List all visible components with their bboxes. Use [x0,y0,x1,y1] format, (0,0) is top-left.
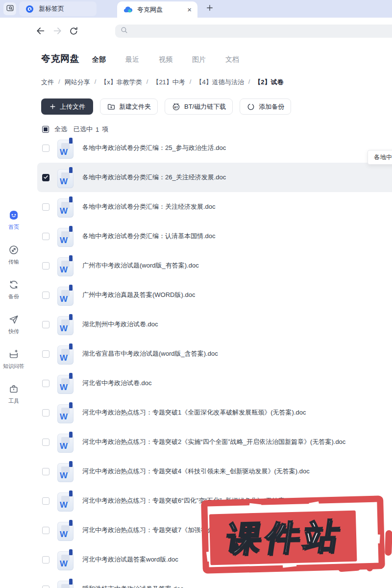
file-checkbox[interactable] [42,468,49,475]
breadcrumb-item[interactable]: 文件 [41,78,54,87]
browser-tab-quark-drive[interactable]: 夸克网盘 × [117,1,197,18]
file-row[interactable]: W广州中考政治真题及答案(WORD版).doc [37,280,392,310]
tab-search-button[interactable] [3,2,16,15]
file-checkbox[interactable] [42,497,49,505]
file-name[interactable]: 各地中考政治试卷分类汇编：关注经济发展.doc [82,202,216,211]
file-checkbox[interactable] [42,380,49,387]
breadcrumb-item[interactable]: 【2】试卷 [254,78,283,87]
file-name[interactable]: 河北中考政治热点练习：专题突破1《全面深化改革破解发展瓶颈》(无答案).doc [82,408,306,417]
word-doc-icon: W [57,138,74,159]
file-checkbox[interactable] [42,145,49,152]
file-row[interactable]: W河北中考政治热点练习：专题突破2《实施“四个全面”战略_开启依法治国新篇章》(… [37,427,392,457]
button-label: 添加备份 [259,102,284,111]
breadcrumb-item[interactable]: 网站分享 [65,78,90,87]
drive-tab-4[interactable]: 文档 [225,55,239,64]
breadcrumb-item[interactable]: 【x】非教学类 [100,78,142,87]
quark-drive-logo-icon [123,5,133,15]
file-row[interactable]: W湖北荆州中考政治试卷.doc [37,310,392,339]
back-button[interactable] [35,25,46,36]
file-row[interactable]: W湖北省宜昌市中考政治试题(word版_含答案).doc [37,339,392,368]
file-name[interactable]: 河北中考政治热点练习：专题突破6“四化”变“五化”_新增绿色化》(无答案).do… [82,496,299,505]
file-row[interactable]: W河北中考政治热点练习：专题突破1《全面深化改革破解发展瓶颈》(无答案).doc [37,398,392,427]
upload-file-button[interactable]: 上传文件 [41,98,93,115]
file-name[interactable]: 湖北省宜昌市中考政治试题(word版_含答案).doc [82,349,218,358]
file-name[interactable]: 各地中考政治试卷分类汇编：认清基本国情.doc [82,232,216,241]
new-folder-button[interactable]: 新建文件夹 [100,98,158,115]
drive-tab-all[interactable]: 全部 [92,55,106,64]
main-content: 夸克网盘 全部最近视频图片文档 文件/网站分享/【x】非教学类/【21】中考/【… [27,44,392,588]
file-row[interactable]: W各地中考政治试卷分类汇编：26_关注经济发展.doc [37,163,392,192]
file-name[interactable]: 各地中考政治试卷分类汇编：25_参与政治生活.doc [82,144,226,152]
file-checkbox[interactable] [42,439,49,446]
file-checkbox[interactable] [42,321,49,328]
file-checkbox[interactable] [42,262,49,270]
file-name[interactable]: 河北中考政治热点练习：专题突破4《科技引领未来_创新驱动发展》(无答案).doc [82,467,310,476]
add-backup-button[interactable]: 添加备份 [240,98,291,115]
file-row[interactable]: W河北中考政治热点练习：专题突破6“四化”变“五化”_新增绿色化》(无答案).d… [37,486,392,515]
browser-search-bar[interactable] [115,24,392,38]
file-row[interactable]: W各地中考政治试卷分类汇编：关注经济发展.doc [37,192,392,221]
select-all-checkbox[interactable] [42,126,49,133]
file-row[interactable]: W各地中考政治试卷分类汇编：认清基本国情.doc [37,221,392,251]
file-row[interactable]: W河北中考政治热点练习：专题突破7《加强社会保障惠及百姓民生》(无答案).doc [37,515,392,545]
file-row[interactable]: W河北省中考政治试卷.doc [37,368,392,398]
file-checkbox-checked[interactable] [42,174,49,181]
home-icon [8,209,20,221]
sidebar-item-quick-send[interactable]: 快传 [0,314,27,348]
breadcrumb-separator: / [248,78,250,87]
drive-tab-1[interactable]: 最近 [125,55,139,64]
search-input[interactable] [131,24,392,38]
file-checkbox[interactable] [42,527,49,534]
file-checkbox[interactable] [42,556,49,564]
backup-icon [8,279,19,291]
drive-tab-3[interactable]: 图片 [192,55,206,64]
browser-tab-title: 夸克网盘 [137,5,163,14]
file-name[interactable]: 河北省中考政治试卷.doc [82,379,152,388]
file-checkbox[interactable] [42,409,49,416]
file-row[interactable]: W呼和浩特市中考政治试卷及答案.doc [37,574,392,588]
new-tab-button[interactable] [205,3,214,14]
sidebar-item-home[interactable]: 首页 [0,209,27,244]
file-row[interactable]: W各地中考政治试卷分类汇编：25_参与政治生活.doc [37,133,392,163]
file-name[interactable]: 河北中考政治热点练习：专题突破7《加强社会保障惠及百姓民生》(无答案).doc [82,526,306,535]
folder-plus-icon [107,102,116,111]
file-name[interactable]: 湖北荆州中考政治试卷.doc [82,320,158,329]
forward-button[interactable] [52,25,63,36]
svg-text:BT: BT [174,106,178,109]
file-row[interactable]: W河北中考政治试题答案word版.doc [37,545,392,574]
file-checkbox[interactable] [42,586,49,588]
file-row[interactable]: W广州市中考政治试题(word版_有答案).doc [37,251,392,280]
quick-send-icon [8,314,19,325]
file-name[interactable]: 广州市中考政治试题(word版_有答案).doc [82,261,199,270]
refresh-button[interactable] [69,26,79,36]
sidebar-item-label: 备份 [8,293,19,300]
sidebar: 首页传输备份快传知识问答工具 [0,44,27,588]
browser-tab-title: 新标签页 [39,4,64,13]
breadcrumb-item[interactable]: 【4】道德与法治 [196,78,244,87]
bt-magnet-download-button[interactable]: BTBT/磁力链下载 [165,98,233,115]
select-all-label[interactable]: 全选 [54,125,67,134]
breadcrumb-item[interactable]: 【21】中考 [152,78,185,87]
file-name[interactable]: 广州中考政治真题及答案(WORD版).doc [82,291,195,299]
sidebar-item-label: 传输 [8,258,19,266]
file-checkbox[interactable] [42,233,49,240]
file-name[interactable]: 河北中考政治热点练习：专题突破2《实施“四个全面”战略_开启依法治国新篇章》(无… [82,438,345,446]
button-label: 上传文件 [60,102,85,111]
word-doc-icon: W [57,549,74,570]
sidebar-item-backup[interactable]: 备份 [0,279,27,314]
file-checkbox[interactable] [42,350,49,358]
sidebar-item-tools[interactable]: 工具 [0,383,27,418]
file-name[interactable]: 河北中考政治试题答案word版.doc [82,555,178,564]
sidebar-item-label: 工具 [8,397,19,405]
file-checkbox[interactable] [42,292,49,299]
browser-tab-newtab[interactable]: 新标签页 [19,1,97,16]
file-checkbox[interactable] [42,203,49,211]
file-row[interactable]: W河北中考政治热点练习：专题突破4《科技引领未来_创新驱动发展》(无答案).do… [37,457,392,486]
file-name[interactable]: 呼和浩特市中考政治试卷及答案.doc [82,585,184,588]
sidebar-item-transfer[interactable]: 传输 [0,244,27,279]
sidebar-item-label: 知识问答 [3,363,24,370]
tab-close-icon[interactable]: × [187,6,192,13]
file-name[interactable]: 各地中考政治试卷分类汇编：26_关注经济发展.doc [82,173,226,182]
sidebar-item-qa[interactable]: 知识问答 [0,348,27,383]
drive-tab-2[interactable]: 视频 [159,55,172,64]
